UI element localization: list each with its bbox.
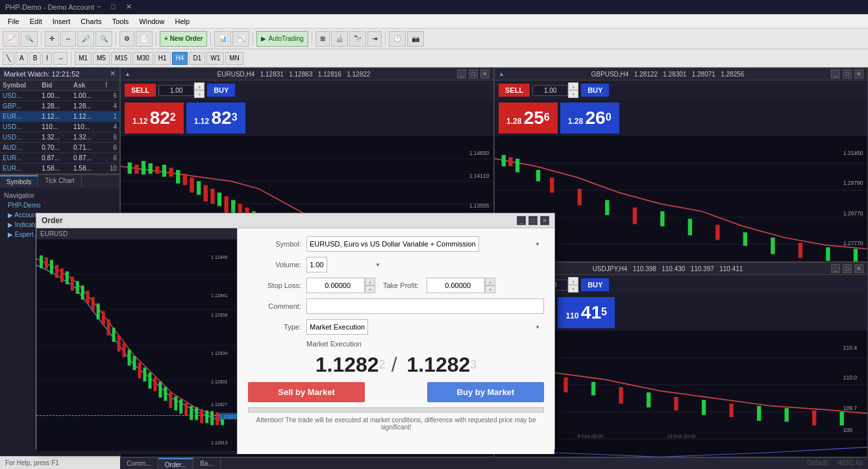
svg-rect-135 (50, 260, 53, 274)
modal-chart: EURUSD (36, 228, 238, 454)
svg-rect-144 (97, 304, 100, 320)
form-sl-wrap: ▲ ▼ (306, 278, 375, 293)
form-row-sl-tp: Stop Loss: ▲ ▼ Take Profit: ▲ ▼ (248, 278, 544, 293)
modal-chart-title: EURUSD (36, 228, 237, 239)
svg-text:1.12838: 1.12838 (211, 313, 227, 317)
svg-rect-150 (128, 350, 131, 366)
svg-rect-167 (216, 413, 219, 426)
form-symbol-label: Symbol: (248, 240, 306, 248)
modal-attention-text: Attention! The trade will be executed at… (248, 416, 544, 431)
modal-ask-sup: 3 (470, 358, 477, 371)
svg-rect-142 (86, 291, 90, 304)
form-tp-wrap: ▲ ▼ (427, 278, 495, 293)
svg-rect-138 (66, 271, 69, 284)
svg-text:1.12831: 1.12831 (211, 379, 227, 384)
form-tp-up[interactable]: ▲ (485, 278, 495, 285)
modal-bid-price: 1.1282 (316, 353, 379, 376)
form-type-select[interactable]: Market Execution Pending Order (306, 319, 368, 335)
modal-price-display: 1.12822 / 1.12823 (248, 353, 544, 377)
svg-rect-141 (81, 285, 84, 300)
form-type-wrap: Market Execution Pending Order (306, 319, 544, 335)
svg-rect-166 (210, 411, 214, 426)
form-comment-label: Comment: (248, 302, 306, 310)
modal-form: Symbol: EURUSD, Euro vs US Dollar Variab… (238, 228, 554, 454)
svg-rect-151 (133, 356, 136, 370)
modal-chart-svg: 1.12822 1.12845 1.12841 1.12838 1.12834 … (36, 239, 237, 451)
svg-rect-156 (158, 381, 162, 398)
modal-btn-row: Sell by Market Buy by Market (248, 382, 544, 402)
svg-rect-133 (40, 256, 43, 269)
svg-rect-140 (76, 281, 79, 294)
svg-rect-154 (148, 372, 151, 389)
form-volume-select[interactable]: 1.00 0.10 2.00 (306, 257, 327, 272)
svg-rect-139 (71, 276, 74, 291)
form-type-label: Type: (248, 323, 306, 331)
svg-rect-149 (123, 343, 126, 357)
form-comment-input[interactable] (306, 298, 544, 314)
svg-rect-145 (102, 311, 105, 326)
svg-text:1.12827: 1.12827 (211, 402, 227, 407)
form-tp-down[interactable]: ▼ (485, 285, 495, 293)
modal-bid-sup: 2 (379, 358, 386, 371)
buy-market-btn[interactable]: Buy by Market (427, 382, 544, 402)
svg-rect-146 (107, 319, 110, 335)
form-tp-input[interactable] (427, 278, 485, 293)
modal-max[interactable]: □ (528, 216, 538, 225)
svg-rect-155 (153, 377, 156, 391)
form-sl-spinner: ▲ ▼ (365, 278, 375, 293)
svg-text:1.12834: 1.12834 (211, 351, 227, 355)
svg-text:1.12822: 1.12822 (219, 415, 236, 419)
form-row-volume: Volume: 1.00 0.10 2.00 (248, 257, 544, 272)
form-tp-label: Take Profit: (375, 282, 427, 289)
svg-rect-136 (55, 265, 58, 278)
modal-title-bar: Order _ □ ✕ (36, 213, 554, 228)
svg-rect-159 (174, 396, 177, 411)
form-row-type: Type: Market Execution Pending Order (248, 319, 544, 335)
svg-rect-143 (92, 297, 95, 311)
svg-rect-162 (190, 406, 193, 420)
modal-min[interactable]: _ (517, 216, 526, 225)
form-row-comment: Comment: (248, 298, 544, 314)
svg-text:1.12845: 1.12845 (211, 255, 227, 259)
form-row-symbol: Symbol: EURUSD, Euro vs US Dollar Variab… (248, 236, 544, 252)
form-symbol-wrap: EURUSD, Euro vs US Dollar Variable + Com… (306, 236, 544, 252)
svg-rect-153 (143, 368, 146, 382)
form-symbol-select[interactable]: EURUSD, Euro vs US Dollar Variable + Com… (306, 236, 479, 252)
exec-type-label: Market Execution (306, 340, 544, 348)
modal-progress-bar (248, 407, 544, 413)
form-tp-spinner: ▲ ▼ (485, 278, 495, 293)
svg-text:1.12841: 1.12841 (211, 293, 227, 298)
sell-market-btn[interactable]: Sell by Market (248, 382, 365, 402)
svg-rect-137 (60, 268, 64, 282)
modal-price-slash: / (391, 353, 403, 376)
svg-rect-165 (205, 411, 208, 424)
svg-rect-160 (179, 400, 182, 414)
form-volume-wrap: 1.00 0.10 2.00 (306, 257, 384, 272)
modal-body: EURUSD (36, 228, 554, 454)
svg-rect-148 (118, 335, 121, 352)
svg-text:1.12813: 1.12813 (211, 440, 227, 445)
svg-rect-161 (184, 403, 188, 416)
modal-controls: _ □ ✕ (517, 216, 549, 225)
svg-rect-158 (169, 392, 172, 408)
form-volume-label: Volume: (248, 261, 306, 269)
svg-rect-152 (138, 363, 141, 379)
svg-rect-163 (195, 407, 198, 420)
svg-rect-134 (45, 258, 48, 269)
svg-rect-157 (164, 387, 167, 401)
form-sl-down[interactable]: ▼ (365, 285, 375, 293)
modal-ask-price: 1.1282 (406, 353, 470, 376)
svg-rect-147 (112, 328, 116, 342)
modal-overlay: Order _ □ ✕ EURUSD (0, 0, 868, 469)
form-sl-up[interactable]: ▲ (365, 278, 375, 285)
svg-rect-164 (200, 409, 203, 424)
order-modal: Order _ □ ✕ EURUSD (36, 213, 555, 450)
form-sl-label: Stop Loss: (248, 282, 306, 289)
modal-close[interactable]: ✕ (540, 216, 549, 225)
form-sl-input[interactable] (306, 278, 365, 293)
modal-title: Order (42, 216, 63, 225)
